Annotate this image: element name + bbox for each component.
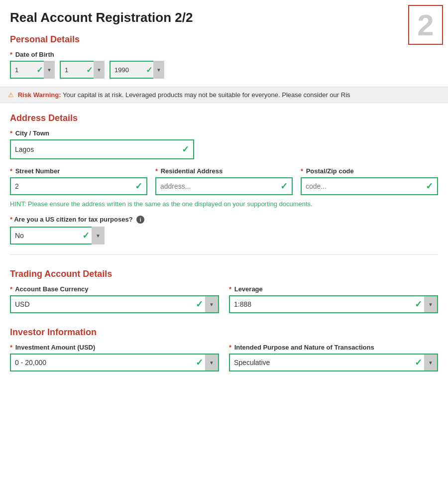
- dob-fields: 1 ✓ ▼ 1 ✓: [10, 61, 438, 79]
- us-citizen-info-icon[interactable]: i: [136, 216, 144, 224]
- city-field-wrapper: ✓: [10, 139, 194, 159]
- risk-warn-icon: ⚠: [8, 91, 14, 99]
- leverage-dropdown-wrapper: 1:888 1:500 1:200 1:100 1:50 ✓ ▼: [229, 295, 438, 313]
- leverage-label: * Leverage: [229, 285, 438, 293]
- street-field-inner: ✓: [10, 177, 147, 195]
- street-field-group: * Street Number ✓: [10, 167, 147, 195]
- page-wrapper: Real Account Registration 2/2 2 Personal…: [0, 0, 448, 391]
- investor-info-title: Investor Information: [10, 327, 438, 338]
- trading-details-section: Trading Account Details * Account Base C…: [10, 269, 438, 313]
- us-citizen-group: * Are you a US citizen for tax purposes?…: [10, 216, 438, 244]
- dob-required-star: *: [10, 51, 12, 58]
- trading-details-title: Trading Account Details: [10, 269, 438, 279]
- risk-warn-text: Your capital is at risk. Leveraged produ…: [63, 91, 350, 99]
- investment-select[interactable]: 0 - 20,000 20,001 - 50,000 50,001 - 100,…: [11, 355, 218, 370]
- purpose-field-group: * Intended Purpose and Nature of Transac…: [229, 344, 438, 371]
- risk-warn-label: Risk Warning:: [18, 91, 61, 99]
- purpose-label: * Intended Purpose and Nature of Transac…: [229, 344, 438, 351]
- dob-day-wrapper: 1 ✓ ▼: [10, 61, 55, 79]
- currency-dropdown-wrapper: USD EUR GBP ✓ ▼: [10, 295, 219, 313]
- street-input[interactable]: [11, 178, 146, 194]
- dob-label: * Date of Birth: [10, 51, 438, 58]
- us-citizen-dropdown-wrapper: No Yes ✓ ▼: [10, 227, 105, 244]
- postal-check-icon: ✓: [426, 181, 433, 192]
- currency-label: * Account Base Currency: [10, 285, 219, 293]
- currency-select[interactable]: USD EUR GBP: [11, 296, 218, 312]
- address-details-title: Address Details: [10, 113, 438, 123]
- step-badge: 2: [408, 5, 443, 45]
- personal-details-title: Personal Details: [10, 34, 438, 45]
- investment-label: * Investment Amount (USD): [10, 344, 219, 351]
- dob-month-select[interactable]: 1: [60, 61, 105, 79]
- us-citizen-select[interactable]: No Yes: [10, 227, 105, 244]
- address-three-col: * Street Number ✓ * Residential Address …: [10, 167, 438, 195]
- trading-two-col: * Account Base Currency USD EUR GBP ✓ ▼: [10, 285, 438, 313]
- dob-section: * Date of Birth 1 ✓ ▼: [10, 51, 438, 79]
- section-divider-1: [10, 254, 438, 255]
- street-check-icon: ✓: [135, 181, 142, 192]
- page-title: Real Account Registration 2/2: [10, 10, 438, 25]
- city-field-group: * City / Town ✓: [10, 129, 438, 159]
- dob-year-select[interactable]: 1990: [110, 61, 164, 79]
- personal-details-section: Personal Details * Date of Birth 1 ✓ ▼: [10, 34, 438, 79]
- postal-input[interactable]: [302, 178, 437, 194]
- residential-input[interactable]: [156, 178, 292, 194]
- us-citizen-label: * Are you a US citizen for tax purposes?…: [10, 216, 438, 224]
- risk-warning-bar: ⚠ Risk Warning: Your capital is at risk.…: [0, 87, 448, 103]
- address-hint: HINT: Please ensure the address written …: [10, 200, 438, 208]
- residential-check-icon: ✓: [280, 181, 288, 192]
- dob-year-wrapper: 1990 ✓ ▼: [110, 61, 164, 79]
- investment-dropdown-wrapper: 0 - 20,000 20,001 - 50,000 50,001 - 100,…: [10, 354, 219, 371]
- dob-day-select[interactable]: 1: [10, 61, 55, 79]
- postal-field-inner: ✓: [301, 177, 438, 195]
- residential-field-group: * Residential Address ✓: [155, 167, 293, 195]
- investment-field-group: * Investment Amount (USD) 0 - 20,000 20,…: [10, 344, 219, 371]
- investor-info-section: Investor Information * Investment Amount…: [10, 327, 438, 371]
- residential-label: * Residential Address: [155, 167, 293, 175]
- city-label: * City / Town: [10, 129, 438, 137]
- leverage-select[interactable]: 1:888 1:500 1:200 1:100 1:50: [230, 296, 437, 312]
- leverage-field-group: * Leverage 1:888 1:500 1:200 1:100 1:50 …: [229, 285, 438, 313]
- purpose-select[interactable]: Speculative Hedging Investment Other: [230, 355, 437, 370]
- investor-two-col: * Investment Amount (USD) 0 - 20,000 20,…: [10, 344, 438, 371]
- postal-label: * Postal/Zip code: [301, 167, 438, 175]
- residential-field-inner: ✓: [155, 177, 293, 195]
- city-check-icon: ✓: [182, 144, 189, 155]
- address-details-section: Address Details * City / Town ✓ * Street…: [10, 113, 438, 244]
- purpose-dropdown-wrapper: Speculative Hedging Investment Other ✓ ▼: [229, 354, 438, 371]
- city-input[interactable]: [11, 140, 193, 158]
- street-label: * Street Number: [10, 167, 147, 175]
- currency-field-group: * Account Base Currency USD EUR GBP ✓ ▼: [10, 285, 219, 313]
- postal-field-group: * Postal/Zip code ✓: [301, 167, 438, 195]
- dob-month-wrapper: 1 ✓ ▼: [60, 61, 105, 79]
